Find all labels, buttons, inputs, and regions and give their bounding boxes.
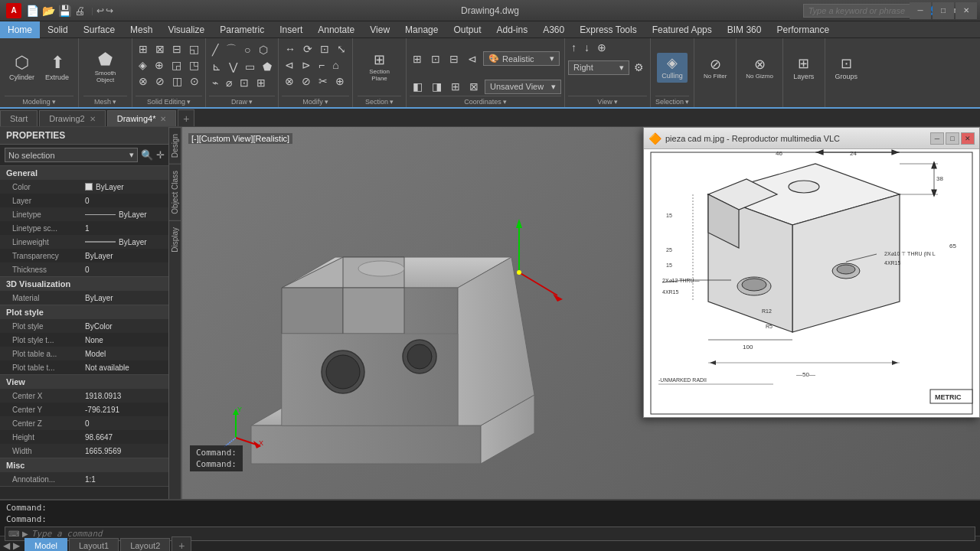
view-icon-btn-1[interactable]: ⊞ [410,51,425,67]
side-tab-display[interactable]: Display [169,220,181,259]
close-button[interactable]: ✕ [956,2,977,19]
unsaved-view-dropdown[interactable]: Unsaved View ▾ [485,80,561,94]
solid-edit-btn-7[interactable]: ◲ [168,57,185,73]
dir-btn-3[interactable]: ⊕ [594,40,609,55]
modify-btn-9[interactable]: ⊗ [282,73,297,89]
extrude-button[interactable]: ⬆ Extrude [41,51,74,84]
draw-btn-7[interactable]: ▭ [242,59,258,74]
modify-btn-8[interactable]: ⌂ [329,57,341,73]
plot-section-header[interactable]: Plot style ─ [0,305,181,319]
draw-btn-1[interactable]: ╱ [209,41,221,58]
general-section-header[interactable]: General ─ [0,166,181,180]
no-filter-button[interactable]: ⊘ No Filter [699,54,731,83]
viz3d-section-header[interactable]: 3D Visualization ─ [0,277,181,291]
selection-dropdown[interactable]: No selection ▾ [5,148,138,162]
side-tab-object-class[interactable]: Object Class [169,164,181,220]
search-input[interactable] [803,4,926,18]
vlc-maximize-button[interactable]: □ [946,132,959,145]
solid-edit-btn-2[interactable]: ⊠ [152,41,168,57]
add-layout-tab-button[interactable]: + [172,536,191,552]
view-icon-btn-8[interactable]: ⊠ [466,79,482,94]
solid-edit-btn-12[interactable]: ⊙ [187,73,202,89]
view-icon-btn-4[interactable]: ⊲ [465,51,480,67]
menu-mesh[interactable]: Mesh [122,21,160,38]
menu-addins[interactable]: Add-ins [489,21,536,38]
solid-edit-btn-3[interactable]: ⊟ [169,41,185,57]
view-icon-btn-7[interactable]: ⊞ [448,79,463,94]
dir-btn-1[interactable]: ↑ [568,40,580,55]
section-plane-button[interactable]: ⊞ SectionPlane [364,51,395,84]
layers-button[interactable]: ⊞ Layers [789,54,819,83]
solid-edit-btn-1[interactable]: ⊞ [136,41,151,57]
tab-layout2[interactable]: Layout2 [120,538,170,551]
draw-btn-10[interactable]: ⌀ [223,75,235,90]
modify-btn-2[interactable]: ⟳ [300,41,315,57]
modify-btn-10[interactable]: ⊘ [299,73,314,89]
tab-drawing2[interactable]: Drawing2 ✕ [39,110,105,126]
layout-nav-right[interactable]: ▶ [13,540,20,551]
solid-edit-btn-11[interactable]: ◫ [169,73,185,89]
modify-btn-12[interactable]: ⊕ [332,73,348,89]
view-icon-btn-2[interactable]: ⊡ [428,51,443,67]
modify-btn-5[interactable]: ⊲ [282,57,297,73]
solid-editing-label[interactable]: Solid Editing ▾ [136,96,202,107]
tab-layout1[interactable]: Layout1 [69,538,119,551]
menu-home[interactable]: Home [0,21,40,38]
menu-insert[interactable]: Insert [272,21,310,38]
toolbar-icon-redo[interactable]: ↪ [106,5,113,16]
menu-express[interactable]: Express Tools [572,21,644,38]
tab-drawing2-close[interactable]: ✕ [90,115,96,123]
menu-solid[interactable]: Solid [40,21,76,38]
maximize-button[interactable]: □ [933,2,954,19]
culling-button[interactable]: ◈ Culling [657,53,688,83]
toolbar-icon-save[interactable]: 💾 [58,5,71,17]
selection-group-label[interactable]: Selection ▾ [655,96,689,107]
misc-section-header[interactable]: Misc ─ [0,458,181,472]
dir-btn-2[interactable]: ↓ [581,40,593,55]
modify-btn-4[interactable]: ⤡ [334,41,349,57]
draw-btn-12[interactable]: ⊞ [253,75,269,90]
toolbar-icon-open[interactable]: 📂 [42,5,55,17]
draw-btn-4[interactable]: ⬡ [256,41,271,58]
draw-btn-8[interactable]: ⬟ [260,59,275,74]
menu-annotate[interactable]: Annotate [310,21,362,38]
view-label[interactable]: View ▾ [568,96,647,107]
solid-edit-btn-4[interactable]: ◱ [186,41,202,57]
mesh-group-label[interactable]: Mesh ▾ [83,96,127,107]
groups-button[interactable]: ⊡ Groups [831,54,863,83]
toolbar-icon-print[interactable]: 🖨 [74,5,85,17]
no-gizmo-button[interactable]: ⊗ No Gizmo [741,54,778,83]
smooth-object-button[interactable]: ⬟ Smooth Object [83,48,127,87]
section-label[interactable]: Section ▾ [358,96,401,107]
add-document-tab-button[interactable]: + [178,109,194,126]
tab-model[interactable]: Model [24,538,67,551]
modify-btn-11[interactable]: ✂ [315,73,331,89]
menu-output[interactable]: Output [446,21,488,38]
toolbar-icon-new[interactable]: 📄 [26,5,39,17]
view-icon-btn-5[interactable]: ◧ [410,79,426,94]
view-section-header[interactable]: View ─ [0,375,181,389]
view-icon-btn-3[interactable]: ⊟ [446,51,462,67]
menu-a360[interactable]: A360 [535,21,572,38]
modify-btn-6[interactable]: ⊳ [299,57,314,73]
view-icon-btn-6[interactable]: ◨ [429,79,445,94]
draw-btn-11[interactable]: ⊡ [237,75,252,90]
modify-label[interactable]: Modify ▾ [282,96,349,107]
viewport[interactable]: [-][Custom View][Realistic] Y X Command:… [182,127,980,499]
draw-btn-6[interactable]: ⋁ [226,59,240,74]
modeling-group-label[interactable]: Modeling ▾ [5,96,74,107]
vlc-close-button[interactable]: ✕ [961,132,975,145]
menu-featured[interactable]: Featured Apps [645,21,720,38]
modify-btn-1[interactable]: ↔ [282,41,299,57]
direction-dropdown[interactable]: Right ▾ [568,60,629,75]
solid-edit-btn-8[interactable]: ◳ [186,57,202,73]
menu-surface[interactable]: Surface [76,21,122,38]
draw-btn-5[interactable]: ⊾ [209,59,224,74]
menu-bim[interactable]: BIM 360 [720,21,769,38]
minimize-button[interactable]: ─ [910,2,931,19]
tab-drawing4[interactable]: Drawing4* ✕ [107,110,177,126]
coordinates-label[interactable]: Coordinates ▾ [410,96,561,107]
draw-btn-2[interactable]: ⌒ [223,41,240,58]
props-icon-1[interactable]: 🔍 [141,149,153,161]
side-tab-design[interactable]: Design [169,127,181,164]
